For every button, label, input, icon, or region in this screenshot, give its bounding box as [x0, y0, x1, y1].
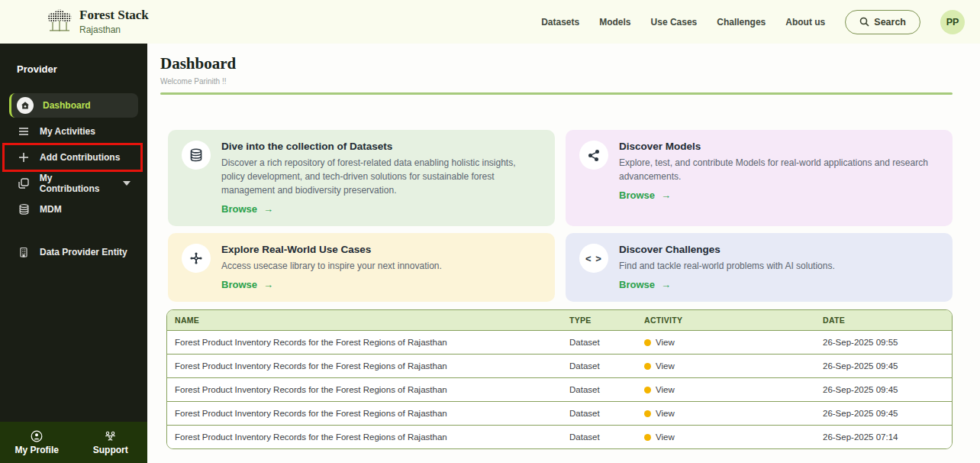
activity-dot-icon: [644, 339, 651, 346]
activity-dot-icon: [644, 363, 651, 370]
federated-plus-icon: [182, 244, 211, 273]
card-content: Dive into the collection of Datasets Dis…: [221, 141, 541, 215]
top-header: Forest Stack Rajasthan Datasets Models U…: [0, 0, 980, 44]
search-icon: [859, 17, 869, 27]
cell-date: 26-Sep-2025 09:45: [815, 361, 952, 371]
brand-text: Forest Stack Rajasthan: [79, 8, 149, 35]
database-icon: [182, 141, 211, 170]
sidebar-item-dashboard[interactable]: Dashboard: [9, 93, 138, 118]
table-row[interactable]: Forest Product Inventory Records for the…: [167, 330, 952, 354]
card-title: Discover Models: [619, 141, 939, 152]
database-icon: [17, 204, 31, 215]
my-profile-label: My Profile: [15, 445, 59, 455]
table-row[interactable]: Forest Product Inventory Records for the…: [167, 377, 952, 401]
activity-table: NAME TYPE ACTIVITY DATE Forest Product I…: [166, 309, 953, 449]
card-title: Discover Challenges: [619, 244, 835, 255]
network-icon: [579, 141, 608, 170]
cell-type: Dataset: [562, 409, 637, 418]
sidebar-footer: My Profile Support: [0, 422, 147, 463]
card-content: Explore Real-World Use Cases Access usec…: [221, 244, 442, 291]
cell-name: Forest Product Inventory Records for the…: [167, 409, 562, 418]
cell-type: Dataset: [562, 361, 637, 371]
forest-stack-logo-icon: [46, 8, 73, 36]
welcome-text: Welcome Parinith !!: [160, 77, 953, 86]
browse-datasets-link[interactable]: Browse→: [221, 203, 273, 215]
sidebar-item-label: Dashboard: [43, 100, 91, 111]
cell-activity: View: [637, 409, 815, 418]
sidebar-item-label: Data Provider Entity: [40, 247, 127, 257]
activity-dot-icon: [644, 434, 651, 441]
cell-activity: View: [637, 338, 815, 347]
person-circle-icon: [31, 430, 43, 442]
sidebar-item-my-contributions[interactable]: My Contributions: [9, 171, 138, 196]
card-title: Explore Real-World Use Cases: [221, 244, 442, 255]
nav-datasets[interactable]: Datasets: [541, 17, 579, 28]
search-label: Search: [874, 17, 906, 28]
arrow-right-icon: →: [263, 279, 273, 290]
sidebar-item-mdm[interactable]: MDM: [9, 197, 138, 222]
support-label: Support: [93, 445, 128, 455]
table-header-row: NAME TYPE ACTIVITY DATE: [167, 310, 952, 330]
nav-challenges[interactable]: Challenges: [717, 17, 766, 28]
table-row[interactable]: Forest Product Inventory Records for the…: [167, 401, 952, 425]
cell-type: Dataset: [562, 385, 637, 394]
brand-subtitle: Rajasthan: [79, 24, 149, 35]
nav-use-cases[interactable]: Use Cases: [651, 17, 698, 28]
card-body: Discover a rich repository of forest-rel…: [221, 156, 541, 197]
sidebar-item-label: MDM: [40, 204, 62, 215]
cell-type: Dataset: [562, 432, 637, 442]
cell-date: 26-Sep-2025 09:55: [815, 338, 952, 347]
list-icon: [17, 127, 31, 136]
cell-name: Forest Product Inventory Records for the…: [167, 385, 562, 394]
green-divider: [160, 92, 953, 95]
browse-use-cases-link[interactable]: Browse→: [221, 279, 273, 290]
building-icon: [17, 247, 31, 257]
card-content: Discover Challenges Find and tackle real…: [619, 244, 835, 291]
code-icon: < >: [579, 244, 608, 273]
avatar[interactable]: PP: [940, 10, 965, 34]
my-profile-button[interactable]: My Profile: [0, 422, 74, 463]
card-challenges[interactable]: < > Discover Challenges Find and tackle …: [566, 233, 953, 302]
table-row[interactable]: Forest Product Inventory Records for the…: [167, 425, 952, 448]
app-root: Forest Stack Rajasthan Datasets Models U…: [0, 0, 980, 463]
main-content: Dashboard Welcome Parinith !! Dive int: [147, 44, 980, 463]
cell-activity: View: [637, 385, 815, 394]
arrow-right-icon: →: [661, 189, 671, 201]
people-icon: [104, 430, 117, 442]
sidebar-item-label: My Activities: [40, 126, 95, 137]
arrow-right-icon: →: [661, 279, 671, 290]
sidebar-item-add-contributions[interactable]: Add Contributions: [9, 145, 138, 170]
brand[interactable]: Forest Stack Rajasthan: [46, 8, 149, 36]
card-use-cases[interactable]: Explore Real-World Use Cases Access usec…: [168, 233, 555, 302]
support-button[interactable]: Support: [74, 422, 148, 463]
col-header-name: NAME: [167, 316, 562, 325]
cell-activity: View: [637, 361, 815, 371]
chevron-down-icon[interactable]: [123, 181, 131, 186]
card-models[interactable]: Discover Models Explore, test, and contr…: [566, 130, 953, 226]
sidebar: Provider Dashboard: [0, 44, 147, 463]
card-title: Dive into the collection of Datasets: [221, 141, 541, 152]
cell-activity: View: [637, 432, 815, 442]
browse-models-link[interactable]: Browse→: [619, 189, 671, 201]
nav-about-us[interactable]: About us: [785, 17, 825, 28]
table-row[interactable]: Forest Product Inventory Records for the…: [167, 354, 952, 377]
copy-icon: [17, 178, 31, 189]
header-nav: Datasets Models Use Cases Challenges Abo…: [541, 10, 965, 34]
cell-date: 26-Sep-2025 09:45: [815, 385, 952, 394]
arrow-right-icon: →: [263, 203, 273, 215]
col-header-activity: ACTIVITY: [637, 316, 815, 325]
cell-name: Forest Product Inventory Records for the…: [167, 361, 562, 371]
search-button[interactable]: Search: [845, 10, 920, 34]
col-header-date: DATE: [815, 316, 952, 325]
nav-models[interactable]: Models: [599, 17, 630, 28]
card-body: Access usecase library to inspire your n…: [221, 259, 442, 273]
cell-date: 26-Sep-2025 07:14: [815, 432, 952, 442]
sidebar-section-label: Provider: [17, 63, 147, 75]
sidebar-item-label: My Contributions: [40, 173, 114, 194]
browse-challenges-link[interactable]: Browse→: [619, 279, 671, 290]
sidebar-item-my-activities[interactable]: My Activities: [9, 119, 138, 144]
card-body: Explore, test, and contribute Models for…: [619, 156, 939, 183]
card-datasets[interactable]: Dive into the collection of Datasets Dis…: [168, 130, 555, 226]
feature-cards: Dive into the collection of Datasets Dis…: [160, 130, 953, 302]
sidebar-item-data-provider-entity[interactable]: Data Provider Entity: [9, 240, 138, 264]
